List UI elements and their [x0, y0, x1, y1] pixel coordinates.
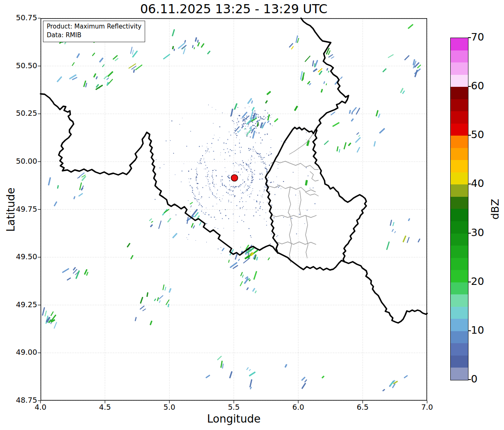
clutter-dot — [217, 190, 218, 191]
clutter-dot — [270, 115, 270, 116]
echo-streak — [229, 262, 237, 268]
echo-streak — [294, 105, 298, 111]
clutter-dot — [211, 143, 212, 144]
clutter-dot — [251, 182, 251, 183]
country-border-west — [41, 94, 278, 255]
clutter-dot — [192, 187, 193, 188]
echo-streak — [382, 389, 385, 391]
clutter-dot — [212, 176, 213, 177]
colorbar-segment — [451, 111, 468, 124]
echo-streak — [351, 107, 357, 113]
clutter-dot — [225, 215, 226, 216]
clutter-dot — [228, 218, 229, 219]
echo-streak — [158, 295, 163, 300]
clutter-dot — [218, 248, 219, 249]
clutter-dot — [249, 168, 250, 169]
echo-streak — [252, 288, 256, 292]
echo-streak — [167, 304, 169, 308]
clutter-dot — [251, 169, 251, 170]
clutter-dot — [231, 195, 232, 196]
clutter-dot — [234, 123, 234, 124]
clutter-dot — [230, 186, 231, 187]
clutter-dot — [240, 152, 241, 153]
clutter-dot — [220, 186, 220, 186]
clutter-dot — [251, 128, 252, 129]
echo-streak — [96, 76, 98, 79]
clutter-dot — [225, 209, 226, 210]
clutter-dot — [186, 237, 187, 238]
clutter-dot — [236, 133, 237, 134]
clutter-dot — [248, 123, 249, 124]
clutter-dot — [224, 143, 225, 143]
clutter-dot — [264, 157, 265, 158]
clutter-dot — [256, 201, 257, 201]
echo-streak — [42, 307, 45, 316]
echo-streak — [149, 218, 152, 221]
clutter-dot — [283, 181, 284, 182]
clutter-dot — [173, 153, 174, 154]
clutter-dot — [226, 188, 227, 188]
clutter-dot — [260, 116, 261, 117]
colorbar-tick-label: 10 — [471, 324, 497, 336]
echo-streak — [184, 40, 186, 43]
echo-streak — [135, 64, 143, 71]
clutter-dot — [268, 182, 268, 183]
clutter-dot — [201, 196, 202, 197]
clutter-dot — [198, 199, 199, 200]
clutter-dot — [278, 187, 279, 188]
clutter-dot — [197, 175, 197, 175]
echo-streak — [48, 177, 51, 186]
clutter-dot — [270, 244, 271, 244]
echo-streak — [265, 100, 268, 104]
clutter-dot — [248, 148, 249, 149]
echo-streak — [255, 290, 257, 293]
echo-streak — [388, 54, 394, 58]
x-tick-label: 4.5 — [91, 403, 119, 411]
echo-streak — [351, 118, 354, 122]
clutter-dot — [235, 150, 235, 150]
echo-streak — [394, 231, 396, 233]
clutter-dot — [251, 192, 252, 192]
clutter-dot — [176, 215, 177, 215]
clutter-dot — [265, 164, 266, 165]
clutter-dot — [220, 153, 221, 153]
echo-streak — [305, 180, 308, 186]
clutter-dot — [247, 127, 248, 127]
figure-title: 06.11.2025 13:25 - 13:29 UTC — [41, 2, 427, 17]
echo-streak — [326, 83, 327, 85]
clutter-dot — [237, 119, 238, 120]
echo-streak — [150, 320, 153, 325]
echo-streak — [418, 239, 420, 243]
echo-streak — [242, 275, 244, 278]
clutter-dot — [216, 194, 217, 194]
clutter-dot — [246, 170, 246, 170]
clutter-dot — [237, 125, 237, 126]
clutter-dot — [263, 117, 263, 117]
clutter-dot — [310, 188, 311, 189]
clutter-dot — [217, 204, 217, 204]
clutter-dot — [247, 178, 248, 179]
clutter-dot — [242, 172, 243, 172]
echo-streak — [237, 129, 241, 133]
colorbar-segment — [451, 99, 468, 112]
clutter-dot — [197, 189, 198, 189]
grid-layer — [41, 18, 427, 401]
clutter-dot — [240, 174, 240, 175]
clutter-dot — [201, 205, 202, 206]
clutter-dot — [299, 214, 300, 215]
clutter-dot — [247, 195, 248, 196]
clutter-dot — [234, 187, 235, 188]
clutter-dot — [229, 131, 229, 132]
clutter-dot — [210, 183, 210, 184]
clutter-dot — [293, 172, 294, 173]
clutter-dot — [249, 150, 250, 151]
echo-streak — [390, 220, 392, 226]
echo-streak — [305, 55, 311, 62]
clutter-dot — [237, 222, 238, 222]
echo-streak — [199, 222, 201, 226]
clutter-dot — [213, 179, 214, 180]
clutter-dot — [246, 191, 246, 191]
clutter-dot — [262, 139, 263, 140]
clutter-dot — [250, 187, 251, 188]
clutter-dot — [219, 199, 220, 200]
